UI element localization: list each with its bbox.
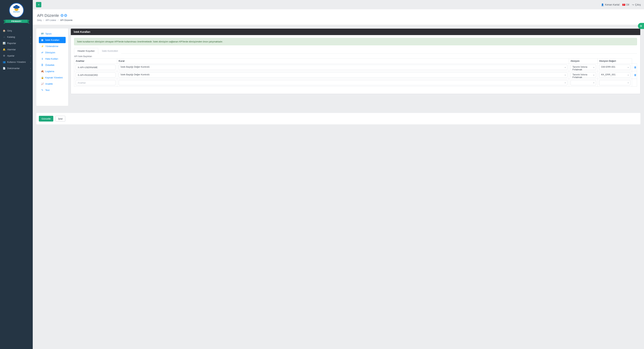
sidebar-item-label: Ayarlar	[7, 54, 14, 57]
cancel-button[interactable]: İptal	[56, 116, 65, 122]
brand-logo: mirket PRIMARY	[0, 0, 33, 26]
sidebar-item-alarms[interactable]: 🔔 Alarmlar	[0, 46, 33, 53]
sidebar-item-docs[interactable]: 📄 Dokümanlar ‹	[0, 65, 33, 71]
th-rule: Kural	[117, 59, 268, 64]
pencil-icon: ✎	[41, 89, 44, 92]
file-icon: 📄	[2, 67, 6, 70]
breadcrumb-current: API Düzenle	[60, 19, 72, 22]
section-tab-error-codes[interactable]: ℹ Hata Kodları	[39, 56, 66, 62]
sidebar-item-label: Alarmlar	[7, 48, 16, 51]
section-nav: 🪪 Tanım ▦ İstek Kuralları ⚡ Yönlendirme …	[36, 31, 68, 93]
chart-icon: 📊	[2, 42, 6, 45]
th-key: Anahtar	[74, 59, 117, 64]
sidebar-item-label: Raporlar	[7, 42, 16, 45]
svg-rect-2	[16, 5, 18, 7]
gear-icon: ⚙	[2, 54, 6, 57]
filter-icon: ▦	[41, 39, 44, 41]
section-tab-definition[interactable]: 🪪 Tanım	[39, 31, 66, 37]
chevron-left-icon: ‹	[30, 42, 31, 44]
table-subtitle: API İstek Başlıkları	[74, 55, 268, 58]
sidebar-item-label: Dokümanlar	[7, 67, 20, 70]
section-tab-label: Önbellek	[45, 64, 54, 66]
chevron-left-icon: ‹	[30, 36, 31, 38]
sidebar-item-label: Kullanıcı Yönetimi	[7, 61, 26, 63]
key-input[interactable]	[76, 65, 116, 70]
section-tab-test[interactable]: ✎ Test	[39, 87, 66, 93]
info-icon: ℹ	[41, 58, 44, 60]
key-input[interactable]	[76, 72, 116, 78]
sidebar-item-reports[interactable]: 📊 Raporlar ‹	[0, 40, 33, 46]
info-alert: İstek kurallarının dönüşüm olmayan API'l…	[74, 38, 268, 45]
sidebar-item-catalog[interactable]: ⛬ Katalog ‹	[0, 34, 33, 40]
main-area: ≡ 👤 Kenan Kartal Dil ↪ Çıkış API Düzenle…	[33, 0, 268, 146]
chevron-left-icon: ‹	[30, 67, 31, 69]
chart-line-icon: 📈	[41, 83, 44, 85]
section-tab-label: Kaynak Yönetimi	[45, 76, 62, 79]
id-card-icon: 🪪	[41, 32, 44, 35]
rule-select[interactable]: İstek Başlığı Değer Kontrolü	[118, 65, 268, 70]
bolt-icon: ⚡	[41, 45, 44, 48]
database-icon: 🗄	[41, 64, 44, 66]
breadcrumb-home[interactable]: Giriş	[37, 19, 42, 22]
breadcrumb-separator: /	[43, 19, 44, 22]
leaf-icon: 🍂	[41, 70, 44, 73]
tab-request-checks[interactable]: İstek Kontrolleri	[98, 48, 122, 54]
header-rules-table: Anahtar Kural Aksiyon Aksiyon Değeri İst…	[74, 58, 268, 87]
menu-toggle-button[interactable]: ≡	[36, 2, 41, 7]
section-tab-transform[interactable]: ⇄ Dönüşüm	[39, 49, 66, 56]
panel-title: İstek Kuralları	[71, 29, 268, 35]
table-row: İstek Başlığı Değer Kontrolü Tanımlı İst…	[74, 71, 268, 79]
section-tab-label: Dönüşüm	[45, 51, 55, 54]
breadcrumb-list[interactable]: API Listesi	[46, 19, 56, 22]
page-title: API Düzenle ⚙⚙	[37, 13, 268, 18]
sidebar-item-label: Giriş	[7, 29, 12, 32]
tab-header-conditions[interactable]: Header Koşulları	[74, 48, 98, 54]
page-title-text: API Düzenle	[37, 13, 59, 18]
section-tab-cache[interactable]: 🗄 Önbellek	[39, 62, 66, 68]
section-tab-label: İstek Kuralları	[45, 39, 60, 41]
app-sidebar: mirket PRIMARY 🏠 Giriş ⛬ Katalog ‹ 📊 Rap…	[0, 0, 33, 146]
rules-tabs: Header Koşulları İstek Kontrolleri	[74, 48, 268, 54]
edit-sections-card: 🪪 Tanım ▦ İstek Kuralları ⚡ Yönlendirme …	[36, 29, 68, 106]
section-tab-label: Loglama	[45, 70, 54, 73]
rule-select[interactable]	[118, 80, 268, 85]
section-tab-label: Hata Kodları	[45, 58, 58, 60]
sidebar-item-users[interactable]: 👥 Kullanıcı Yönetimi ‹	[0, 59, 33, 65]
form-footer: Güncelle İptal	[36, 113, 268, 124]
brand-ribbon-icon: PRIMARY	[3, 19, 30, 25]
section-tab-resources[interactable]: 🔒 Kaynak Yönetimi	[39, 75, 66, 81]
sidebar-item-home[interactable]: 🏠 Giriş	[0, 28, 33, 34]
lock-icon: 🔒	[41, 76, 44, 79]
svg-marker-6	[27, 20, 30, 24]
section-tab-label: Tanım	[45, 32, 52, 35]
section-tab-routing[interactable]: ⚡ Yönlendirme	[39, 43, 66, 49]
users-icon: 👥	[2, 61, 6, 63]
sidebar-item-settings[interactable]: ⚙ Ayarlar ‹	[0, 53, 33, 59]
breadcrumb: Giriş / API Listesi / API Düzenle	[37, 19, 268, 22]
section-tab-label: Yönlendirme	[45, 45, 58, 48]
section-tab-analytics[interactable]: 📈 Analitik	[39, 81, 66, 87]
exchange-icon: ⇄	[41, 51, 44, 54]
home-icon: 🏠	[2, 29, 6, 32]
brand-badge-text: PRIMARY	[11, 20, 22, 22]
section-tab-logging[interactable]: 🍂 Loglama	[39, 68, 66, 75]
panel-body: İstek kurallarının dönüşüm olmayan API'l…	[71, 35, 268, 94]
page-header: API Düzenle ⚙⚙ Giriş / API Listesi / API…	[33, 9, 268, 25]
topbar: ≡ 👤 Kenan Kartal Dil ↪ Çıkış	[33, 0, 268, 9]
svg-text:mirket: mirket	[13, 10, 20, 13]
sidebar-nav: 🏠 Giriş ⛬ Katalog ‹ 📊 Raporlar ‹ 🔔 Alarm…	[0, 28, 33, 71]
table-row-empty	[74, 79, 268, 87]
content-wrap: 🪪 Tanım ▦ İstek Kuralları ⚡ Yönlendirme …	[33, 25, 268, 110]
key-input[interactable]	[76, 80, 116, 85]
section-tab-label: Analitik	[45, 83, 53, 85]
rule-select[interactable]: İstek Başlığı Değer Kontrolü	[118, 72, 268, 78]
section-tab-label: Test	[45, 89, 50, 92]
breadcrumb-separator: /	[58, 19, 58, 22]
bell-icon: 🔔	[2, 48, 6, 51]
hamburger-icon: ≡	[38, 3, 39, 6]
table-row: İstek Başlığı Değer Kontrolü Tanımlı İst…	[74, 64, 268, 71]
svg-marker-5	[4, 20, 6, 24]
save-button[interactable]: Güncelle	[39, 116, 53, 122]
section-tab-request-rules[interactable]: ▦ İstek Kuralları	[39, 37, 66, 43]
sitemap-icon: ⛬	[2, 36, 6, 38]
